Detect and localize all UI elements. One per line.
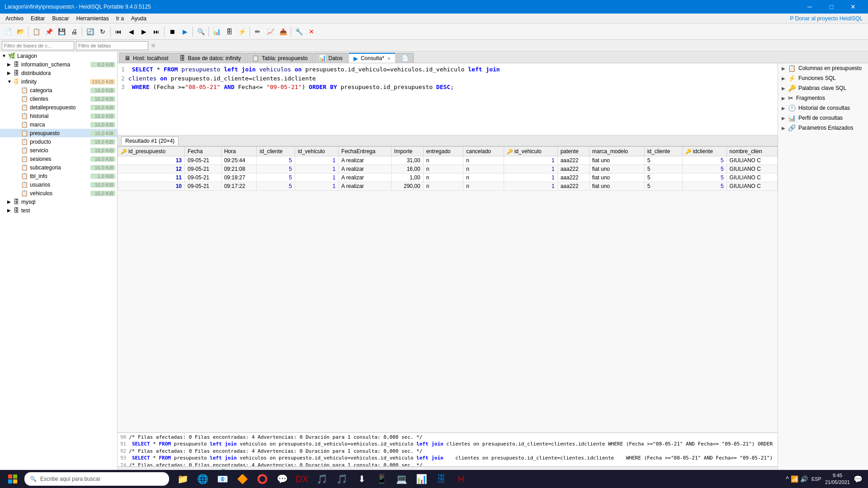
edit-btn[interactable]: ✏	[252, 26, 264, 38]
paste-btn[interactable]: 📌	[43, 26, 55, 38]
col-id-presupuesto[interactable]: 🔑id_presupuesto	[118, 147, 185, 156]
col-patente[interactable]: patente	[557, 147, 589, 156]
taskbar-search[interactable]: 🔍 Escribe aquí para buscar	[24, 472, 169, 486]
col-hora[interactable]: Hora	[221, 147, 257, 156]
sidebar-item-usuarios[interactable]: 📋 usuarios 16,0 KiB	[0, 180, 117, 189]
right-item-funciones[interactable]: ▶ ⚡ Funciones SQL	[778, 73, 868, 83]
tab-datos[interactable]: 📊 Datos	[314, 53, 348, 63]
right-item-perfil[interactable]: ▶ 📊 Perfil de consultas	[778, 113, 868, 123]
sidebar-item-distribuidora[interactable]: ▶ 🗄 distribuidora	[0, 69, 117, 77]
sidebar-item-information-schema[interactable]: ▶ 🗄 information_schema 8,0 KiB	[0, 60, 117, 69]
open-btn[interactable]: 📂	[14, 26, 26, 38]
sidebar-item-clientes[interactable]: 📋 clientes 16,0 KiB	[0, 94, 117, 103]
db-btn[interactable]: 🗄	[223, 26, 235, 38]
sidebar-item-marca[interactable]: 📋 marca 16,0 KiB	[0, 120, 117, 129]
tab-consulta-close[interactable]: ✕	[387, 56, 391, 61]
menu-herramientas[interactable]: Herramientas	[73, 14, 113, 23]
tray-network[interactable]: 📶	[791, 475, 798, 483]
new-btn[interactable]: 📄	[2, 26, 14, 38]
sidebar-item-vehiculos[interactable]: 📋 vehiculos 16,0 KiB	[0, 189, 117, 197]
next-btn[interactable]: ▶	[138, 26, 150, 38]
col-idcliente[interactable]: 🔑idcliente	[682, 147, 726, 156]
sidebar-item-test[interactable]: ▶ 🗄 test	[0, 206, 117, 215]
menu-ayuda[interactable]: Ayuda	[127, 14, 150, 23]
taskbar-icon2[interactable]: ⭕	[253, 470, 271, 488]
export-btn[interactable]: 📤	[277, 26, 289, 38]
taskbar-vscode[interactable]: 💻	[392, 470, 410, 488]
sidebar-item-presupuesto[interactable]: 📋 presupuesto 16,0 KiB	[0, 129, 117, 137]
sql-editor[interactable]: 1 SELECT * FROM presupuesto left join ve…	[118, 63, 778, 136]
first-btn[interactable]: ⏮	[113, 26, 124, 38]
tab-host[interactable]: 🖥 Host: localhost	[119, 53, 174, 63]
copy-btn[interactable]: 📋	[30, 26, 42, 38]
tray-volume[interactable]: 🔊	[800, 475, 808, 483]
col-importe[interactable]: Importe	[391, 147, 423, 156]
right-item-columnas[interactable]: ▶ 📋 Columnas en presupuesto	[778, 63, 868, 73]
last-btn[interactable]: ⏭	[151, 26, 162, 38]
refresh2-btn[interactable]: ↻	[97, 26, 108, 38]
taskbar-browser[interactable]: 🌐	[193, 470, 212, 488]
taskbar-icon5[interactable]: 🎵	[313, 470, 331, 488]
db-filter-input[interactable]	[2, 41, 74, 50]
col-marca-modelo[interactable]: marca_modelo	[589, 147, 644, 156]
taskbar-explorer[interactable]: 📁	[174, 470, 192, 488]
table-btn[interactable]: 📊	[211, 26, 222, 38]
taskbar-heidi[interactable]: 🗄	[432, 470, 450, 488]
close-button[interactable]: ✕	[843, 0, 863, 14]
table-row[interactable]: 1209-05-2109:21:0851A realizar16,00nn1aa…	[118, 165, 778, 174]
tab-new[interactable]: 📄	[396, 53, 414, 63]
col-id-vehiculo[interactable]: id_vehiculo	[295, 147, 338, 156]
table-filter-input[interactable]	[76, 41, 148, 50]
tray-notifications[interactable]: 💬	[854, 475, 863, 483]
sidebar-item-servicio[interactable]: 📋 servicio 16,0 KiB	[0, 146, 117, 155]
table-row[interactable]: 1109-05-2109:18:2751A realizar1,00nn1aaa…	[118, 174, 778, 182]
sidebar-item-subcategoria[interactable]: 📋 subcategoria 16,0 KiB	[0, 163, 117, 172]
taskbar-icon1[interactable]: 🔶	[233, 470, 251, 488]
tab-table[interactable]: 📋 Tabla: presupuesto	[247, 53, 312, 63]
sidebar-item-detallepresupuesto[interactable]: 📋 detallepresupuesto 16,0 KiB	[0, 103, 117, 112]
right-item-parametros[interactable]: ▶ 🔗 Parámetros Enlazados	[778, 123, 868, 133]
right-item-palabras[interactable]: ▶ 🔑 Palabras clave SQL	[778, 83, 868, 93]
col-fecha-entrega[interactable]: FechaEntrega	[339, 147, 392, 156]
result-table-container[interactable]: 🔑id_presupuesto Fecha Hora id_cliente id…	[118, 146, 778, 432]
sidebar-item-infinity[interactable]: ▼ 🗄 infinity 193,0 KiB	[0, 77, 117, 86]
save-btn[interactable]: 💾	[56, 26, 67, 38]
col-id-cliente2[interactable]: id_cliente	[644, 147, 682, 156]
taskbar-excel[interactable]: 📊	[412, 470, 430, 488]
favorite-icon[interactable]: ★	[150, 41, 156, 50]
taskbar-heidi2[interactable]: H	[452, 470, 470, 488]
print-btn[interactable]: 🖨	[68, 26, 80, 38]
sidebar-item-historial[interactable]: 📋 historial 16,0 KiB	[0, 112, 117, 120]
stop-btn[interactable]: ⏹	[166, 26, 178, 38]
tools-btn[interactable]: 🔧	[293, 26, 305, 38]
maximize-button[interactable]: □	[821, 0, 842, 14]
right-item-fragmentos[interactable]: ▶ ✂ Fragmentos	[778, 93, 868, 103]
sidebar-item-categoria[interactable]: 📋 categoria 16,0 KiB	[0, 86, 117, 94]
taskbar-mail[interactable]: 📧	[213, 470, 231, 488]
chart-btn[interactable]: 📈	[264, 26, 276, 38]
table-row[interactable]: 1009-05-2109:17:2251A realizar290,00nn1a…	[118, 182, 778, 191]
taskbar-icon4[interactable]: DX	[293, 470, 311, 488]
table-row[interactable]: 1309-05-2109:25:4451A realizar31,00nn1aa…	[118, 156, 778, 165]
col-entregado[interactable]: entregado	[423, 147, 463, 156]
taskbar-icon6[interactable]: 🎵	[333, 470, 351, 488]
col-fecha[interactable]: Fecha	[185, 147, 222, 156]
run-btn[interactable]: ▶	[179, 26, 191, 38]
col-id-vehiculo2[interactable]: 🔑id_vehiculo	[504, 147, 557, 156]
taskbar-clock[interactable]: 9:45 21/05/2021	[825, 472, 850, 486]
refresh-btn[interactable]: 🔄	[84, 26, 96, 38]
taskbar-icon7[interactable]: ⬇	[353, 470, 371, 488]
menu-archivo[interactable]: Archivo	[2, 14, 27, 23]
col-nombre-clien[interactable]: nombre_clien	[726, 147, 777, 156]
menu-buscar[interactable]: Buscar	[48, 14, 72, 23]
sidebar-item-mysql[interactable]: ▶ 🗄 mysql	[0, 197, 117, 206]
right-item-historial[interactable]: ▶ 🕐 Historial de consultas	[778, 103, 868, 113]
minimize-button[interactable]: ─	[799, 0, 820, 14]
start-button[interactable]	[2, 470, 24, 488]
col-cancelado[interactable]: cancelado	[463, 147, 504, 156]
sidebar-item-producto[interactable]: 📋 producto 16,0 KiB	[0, 137, 117, 146]
sidebar-item-sesiones[interactable]: 📋 sesiones 16,0 KiB	[0, 155, 117, 163]
menu-ira[interactable]: Ir a	[113, 14, 127, 23]
taskbar-icon8[interactable]: 📱	[373, 470, 391, 488]
tab-database[interactable]: 🗄 Base de datos: infinity	[175, 53, 246, 63]
